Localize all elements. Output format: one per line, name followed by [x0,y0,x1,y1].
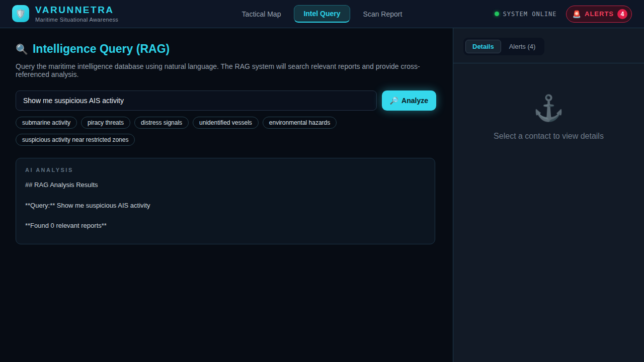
details-tabs-row: Details Alerts (4) [453,28,644,55]
anchor-icon: ⚓ [533,96,564,121]
details-panel: Details Alerts (4) ⚓ Select a contact to… [453,28,644,362]
analysis-line: ## RAG Analysis Results [25,181,426,189]
tab-alerts[interactable]: Alerts (4) [502,40,543,53]
analyze-button-label: Analyze [401,97,428,105]
chip-submarine-activity[interactable]: submarine activity [16,117,77,129]
tab-details[interactable]: Details [465,40,501,53]
chip-environmental-hazards[interactable]: environmental hazards [263,117,337,129]
intel-query-panel: 🔍 Intelligence Query (RAG) Query the mar… [0,28,453,362]
alerts-count-badge: 4 [617,9,627,19]
chip-piracy-threats[interactable]: piracy threats [81,117,130,129]
suggestion-chips: submarine activity piracy threats distre… [16,117,368,146]
details-divider [453,63,644,63]
main-nav: Tactical Map Intel Query Scan Report [240,5,405,23]
tab-scan-report[interactable]: Scan Report [361,6,405,23]
main-layout: 🔍 Intelligence Query (RAG) Query the mar… [0,28,644,362]
query-input[interactable] [16,90,377,111]
brand: 🛡️ VARUNNETRA Maritime Situational Aware… [12,5,178,23]
page-title: 🔍 Intelligence Query (RAG) [16,42,437,56]
magnifier-right-icon: 🔎 [390,97,398,105]
brand-text: VARUNNETRA Maritime Situational Awarenes… [35,5,118,23]
empty-state-message: Select a contact to view details [453,132,644,141]
ai-analysis-box: AI ANALYSIS ## RAG Analysis Results **Qu… [16,158,435,244]
chip-unidentified-vessels[interactable]: unidentified vessels [193,117,259,129]
ai-analysis-content: ## RAG Analysis Results **Query:** Show … [25,181,426,230]
alerts-button[interactable]: 🚨 ALERTS 4 [566,6,632,23]
header-right: SYSTEM ONLINE 🚨 ALERTS 4 [466,6,632,23]
details-tab-group: Details Alerts (4) [463,38,544,55]
online-indicator-icon [495,12,499,16]
ai-analysis-label: AI ANALYSIS [25,167,426,173]
page-title-text: Intelligence Query (RAG) [33,42,170,56]
query-row: 🔎 Analyze [16,90,436,111]
page-description: Query the maritime intelligence database… [16,62,425,78]
magnifier-icon: 🔍 [16,43,28,55]
analyze-button[interactable]: 🔎 Analyze [382,90,436,111]
system-status-label: SYSTEM ONLINE [503,11,557,18]
siren-icon: 🚨 [573,11,581,18]
chip-distress-signals[interactable]: distress signals [134,117,189,129]
app-header: 🛡️ VARUNNETRA Maritime Situational Aware… [0,0,644,28]
tab-tactical-map[interactable]: Tactical Map [240,6,283,23]
analysis-line: **Query:** Show me suspicious AIS activi… [25,202,426,210]
empty-state: ⚓ Select a contact to view details [453,96,644,141]
tab-intel-query[interactable]: Intel Query [294,5,350,23]
analysis-line: **Found 0 relevant reports** [25,222,426,230]
shield-icon: 🛡️ [15,10,26,18]
alerts-button-label: ALERTS [585,10,614,18]
system-status: SYSTEM ONLINE [495,11,557,18]
brand-logo: 🛡️ [12,5,29,22]
chip-suspicious-activity-restricted-zones[interactable]: suspicious activity near restricted zone… [16,134,135,146]
app-subtitle: Maritime Situational Awareness [35,17,118,23]
app-title: VARUNNETRA [35,5,118,16]
